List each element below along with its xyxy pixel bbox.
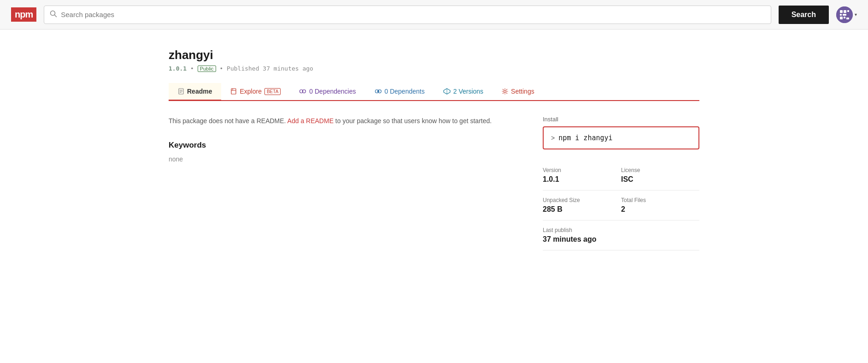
meta-separator-2: •: [219, 65, 227, 72]
svg-rect-10: [846, 18, 849, 19]
keywords-none: none: [169, 155, 524, 163]
version-value: 1.0.1: [543, 175, 621, 184]
package-version: 1.0.1: [169, 65, 187, 72]
tab-versions-label: 2 Versions: [453, 88, 483, 95]
svg-rect-6: [840, 14, 842, 16]
install-box[interactable]: > npm i zhangyi: [543, 126, 699, 149]
meta-separator-1: •: [190, 65, 198, 72]
install-prompt: >: [551, 134, 555, 142]
tab-readme[interactable]: Readme: [169, 83, 221, 101]
avatar: [836, 6, 853, 23]
public-badge: Public: [198, 65, 216, 72]
avatar-wrapper[interactable]: ▾: [836, 6, 857, 23]
meta-unpacked-size: Unpacked Size 285 B: [543, 190, 621, 220]
tab-versions[interactable]: 2 Versions: [434, 83, 493, 101]
svg-rect-8: [840, 17, 843, 19]
svg-point-25: [504, 90, 506, 93]
package-title: zhangyi: [169, 48, 699, 62]
meta-license: License ISC: [621, 161, 699, 190]
unpacked-size-value: 285 B: [543, 205, 621, 214]
meta-grid: Version 1.0.1 License ISC Unpacked Size …: [543, 161, 699, 250]
meta-version: Version 1.0.1: [543, 161, 621, 190]
package-header: zhangyi 1.0.1 • Public • Published 37 mi…: [169, 48, 699, 72]
dependents-icon: [375, 88, 382, 95]
package-meta: 1.0.1 • Public • Published 37 minutes ag…: [169, 65, 699, 72]
tab-settings[interactable]: Settings: [493, 83, 544, 101]
versions-icon: [443, 88, 451, 95]
total-files-label: Total Files: [621, 197, 699, 203]
keywords-title: Keywords: [169, 141, 524, 150]
tab-settings-label: Settings: [511, 88, 534, 95]
dependencies-icon: [299, 88, 306, 95]
published-label: Published: [227, 65, 259, 72]
svg-rect-3: [840, 10, 843, 13]
svg-rect-7: [843, 14, 846, 16]
tabs-nav: Readme Explore BETA 0 Dependencies: [169, 83, 699, 101]
search-icon: [50, 10, 57, 19]
last-publish-label: Last publish: [543, 227, 699, 233]
published-time: 37 minutes ago: [263, 65, 313, 72]
tab-explore[interactable]: Explore BETA: [221, 83, 290, 101]
content-area: This package does not have a README. Add…: [169, 116, 699, 250]
svg-rect-15: [231, 89, 236, 94]
main-content: zhangyi 1.0.1 • Public • Published 37 mi…: [158, 30, 710, 250]
tab-readme-label: Readme: [187, 88, 212, 95]
total-files-value: 2: [621, 205, 699, 214]
tab-explore-label: Explore: [240, 88, 261, 95]
beta-badge: BETA: [264, 88, 281, 95]
license-value: ISC: [621, 175, 699, 184]
search-button[interactable]: Search: [779, 6, 829, 24]
keywords-section: Keywords none: [169, 141, 524, 163]
header: npm Search ▾: [0, 0, 868, 30]
svg-rect-4: [844, 10, 846, 13]
install-label: Install: [543, 116, 699, 123]
content-main: This package does not have a README. Add…: [169, 116, 524, 250]
readme-icon: [178, 88, 184, 95]
last-publish-value: 37 minutes ago: [543, 235, 699, 244]
search-input[interactable]: [61, 11, 765, 18]
meta-total-files: Total Files 2: [621, 190, 699, 220]
version-label: Version: [543, 167, 621, 173]
svg-rect-9: [844, 17, 845, 18]
npm-logo: npm: [11, 7, 36, 22]
tab-dependencies[interactable]: 0 Dependencies: [290, 83, 365, 101]
license-label: License: [621, 167, 699, 173]
meta-last-publish: Last publish 37 minutes ago: [543, 220, 699, 250]
add-readme-link[interactable]: Add a README: [287, 117, 334, 125]
tab-dependencies-label: 0 Dependencies: [309, 88, 356, 95]
tab-dependents-label: 0 Dependents: [385, 88, 425, 95]
unpacked-size-label: Unpacked Size: [543, 197, 621, 203]
svg-rect-5: [847, 10, 849, 12]
search-bar: [44, 6, 771, 24]
readme-notice-suffix: to your package so that users know how t…: [335, 117, 492, 125]
explore-icon: [230, 88, 237, 95]
tab-dependents[interactable]: 0 Dependents: [365, 83, 434, 101]
svg-line-1: [55, 15, 57, 17]
readme-notice-text: This package does not have a README.: [169, 117, 286, 125]
settings-icon: [502, 88, 508, 95]
chevron-down-icon: ▾: [855, 12, 857, 17]
install-command: npm i zhangyi: [558, 134, 612, 142]
readme-notice: This package does not have a README. Add…: [169, 116, 524, 126]
sidebar: Install > npm i zhangyi Version 1.0.1 Li…: [543, 116, 699, 250]
